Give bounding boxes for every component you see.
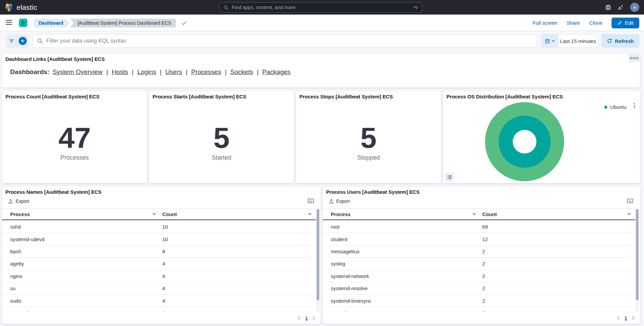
kql-query-bar[interactable] [32, 34, 537, 48]
export-icon [329, 199, 334, 204]
legend-item-ubuntu[interactable]: Ubuntu [604, 104, 626, 110]
column-header-count[interactable]: Count [480, 209, 635, 219]
column-header-count[interactable]: Count [160, 209, 316, 219]
export-button[interactable]: Export [8, 199, 29, 204]
count-cell: 4 [160, 310, 316, 312]
previous-page-icon[interactable] [617, 316, 620, 321]
process-cell: agetty [2, 261, 160, 266]
table-row: root69 [323, 221, 635, 233]
process-cell: www-data [323, 310, 480, 312]
process-cell: bash [2, 249, 160, 254]
clone-button[interactable]: Clone [589, 20, 602, 26]
topbar-right-actions: e [605, 0, 639, 15]
link-processes[interactable]: Processes [182, 68, 221, 75]
page-number[interactable]: 1 [624, 316, 627, 321]
scrollbar-thumb[interactable] [636, 209, 639, 300]
count-cell: 4 [160, 261, 316, 266]
kql-query-input[interactable] [46, 38, 532, 44]
refresh-button[interactable]: Refresh [601, 34, 639, 48]
previous-page-icon[interactable] [298, 316, 301, 321]
count-cell: 2 [480, 261, 635, 266]
elastic-home-link[interactable]: elastic [5, 0, 37, 15]
pencil-icon [617, 21, 622, 25]
count-cell: 4 [160, 285, 316, 291]
space-badge[interactable]: D [19, 19, 27, 27]
link-system-overview[interactable]: System Overview [52, 68, 102, 75]
table-header: Process Count [2, 208, 316, 220]
edit-button[interactable]: Edit [612, 18, 639, 28]
process-starts-panel: Process Starts [Auditbeat System] ECS 5 … [149, 91, 294, 183]
dashboard-actions: Full screen Share Clone Edit [533, 15, 639, 31]
keyboard-shortcuts-icon[interactable] [627, 199, 633, 203]
add-filter-button[interactable] [17, 34, 28, 48]
calendar-icon [545, 39, 550, 44]
scrollbar-thumb[interactable] [317, 209, 319, 300]
table-row: systemd-timesync2 [323, 295, 635, 307]
metric-value: 47 [59, 124, 91, 152]
link-hosts[interactable]: Hosts [102, 68, 128, 75]
table-row: syslog2 [323, 258, 635, 270]
menu-icon[interactable] [6, 20, 12, 25]
calendar-menu-button[interactable] [542, 34, 558, 47]
dashboard-links-panel: Dashboard Links [Auditbeat System] ECS D… [2, 54, 640, 88]
time-range-value[interactable]: Last 15 minutes [558, 34, 598, 47]
link-users[interactable]: Users [156, 68, 182, 75]
legend-toggle-button[interactable] [445, 173, 454, 182]
filter-icon[interactable] [6, 34, 17, 48]
table-row: systemd-resolve2 [323, 282, 635, 295]
table-row: www-data2 [323, 307, 635, 312]
links-prefix-label: Dashboards: [10, 68, 49, 75]
metric: 5 Stopped [296, 91, 441, 183]
table-row: bash8 [2, 246, 316, 258]
pagination: 1 [617, 316, 635, 321]
count-cell: 4 [160, 298, 316, 304]
table-scrollbar [636, 208, 639, 312]
column-header-process[interactable]: Process [323, 209, 480, 219]
metric-value: 5 [361, 124, 377, 152]
refresh-button-label: Refresh [615, 38, 634, 44]
share-button[interactable]: Share [567, 20, 580, 26]
os-donut-chart [485, 102, 564, 181]
breadcrumb-dashboard[interactable]: Dashboard [34, 19, 69, 27]
chevron-down-icon [308, 213, 312, 215]
process-cell: systemd-network [323, 273, 480, 279]
export-label: Export [16, 199, 29, 204]
user-avatar[interactable]: e [630, 3, 639, 12]
export-button[interactable]: Export [329, 199, 350, 204]
brand-text: elastic [17, 3, 37, 11]
count-cell: 69 [480, 224, 635, 230]
breadcrumb: Dashboard [Auditbeat System] Process Das… [34, 19, 187, 27]
panel-options-icon[interactable] [628, 54, 640, 62]
process-cell: syslog [323, 261, 480, 266]
panel-title: Process OS Distribution [Auditbeat Syste… [446, 94, 563, 99]
link-sockets[interactable]: Sockets [221, 68, 253, 75]
newsfeed-icon[interactable] [618, 4, 624, 10]
process-cell: root [323, 224, 480, 230]
list-icon [447, 175, 452, 180]
process-stops-panel: Process Stops [Auditbeat System] ECS 5 S… [296, 91, 441, 183]
page-number[interactable]: 1 [305, 316, 308, 321]
saved-check-icon [181, 20, 187, 26]
app-header-bar: D Dashboard [Auditbeat System] Process D… [0, 15, 644, 31]
global-search-input[interactable] [232, 5, 411, 10]
link-packages[interactable]: Packages [253, 68, 290, 75]
global-search[interactable]: ^/ [219, 2, 422, 13]
metric: 47 Processes [2, 91, 147, 183]
full-screen-button[interactable]: Full screen [533, 20, 557, 26]
process-cell: su [2, 285, 160, 291]
help-icon[interactable] [605, 4, 611, 10]
panel-title: Dashboard Links [Auditbeat System] ECS [5, 56, 105, 62]
export-label: Export [336, 199, 350, 204]
next-page-icon[interactable] [312, 316, 315, 321]
search-icon [224, 5, 229, 10]
legend-menu-icon[interactable] [634, 103, 635, 108]
table-row: student12 [323, 233, 635, 245]
link-logins[interactable]: Logins [128, 68, 156, 75]
keyboard-shortcuts-icon[interactable] [308, 199, 314, 203]
metric-label: Started [212, 154, 231, 161]
next-page-icon[interactable] [631, 316, 635, 321]
column-header-process[interactable]: Process [2, 209, 160, 219]
table-row: sudo4 [2, 295, 316, 307]
top-navigation-bar: elastic ^/ e [0, 0, 644, 15]
count-cell: 10 [160, 236, 316, 242]
